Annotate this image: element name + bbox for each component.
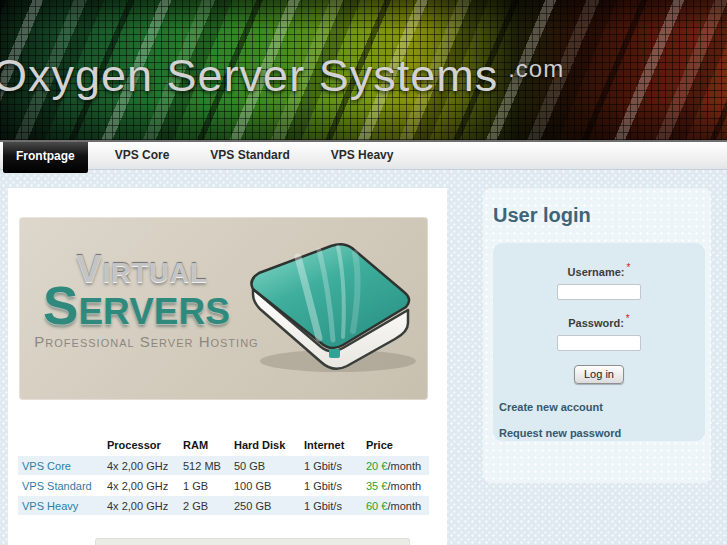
banner-title-servers: Servers [19,279,254,332]
create-new-account-link[interactable]: Create new account [499,401,705,413]
request-new-password-link[interactable]: Request new password [499,427,705,439]
cell-processor: 4x 2,00 GHz [103,460,179,472]
nav-tab-vps-heavy[interactable]: VPS Heavy [317,142,408,169]
user-login-title: User login [493,204,591,227]
vps-core-link[interactable]: VPS Core [22,460,71,472]
price-suffix: /month [387,460,421,472]
price-value: 60 € [366,500,387,512]
site-logo: Oxygen Server Systems.com [0,50,564,102]
username-field-group: Username:* [493,262,705,300]
price-value: 20 € [366,460,387,472]
cell-hard-disk: 100 GB [230,480,300,492]
login-links: Create new account Request new password [499,401,705,439]
cell-processor: 4x 2,00 GHz [103,500,179,512]
cell-price: 20 €/month [362,460,429,472]
cell-processor: 4x 2,00 GHz [103,480,179,492]
header-cell-ram: RAM [179,439,230,451]
cell-hard-disk: 250 GB [230,500,300,512]
vps-heavy-link[interactable]: VPS Heavy [22,500,78,512]
password-input[interactable] [557,335,641,351]
nav-tab-vps-core[interactable]: VPS Core [101,142,184,169]
header-cell-processor: Processor [103,439,179,451]
cell-internet: 1 Gbit/s [300,500,362,512]
nav-tab-vps-standard[interactable]: VPS Standard [196,142,303,169]
password-label: Password: [568,317,624,329]
user-login-panel: User login Username:* Password:* Log in … [483,188,711,483]
nav-tab-frontpage[interactable]: Frontpage [3,142,88,173]
username-label: Username: [568,266,625,278]
header-cell-price: Price [362,439,429,451]
cell-price: 60 €/month [362,500,429,512]
cell-internet: 1 Gbit/s [300,480,362,492]
login-form: Username:* Password:* Log in Create new … [493,243,705,441]
pricing-table-header: Processor RAM Hard Disk Internet Price [18,434,429,456]
header-cell-internet: Internet [300,439,362,451]
table-row-vps-heavy: VPS Heavy 4x 2,00 GHz 2 GB 250 GB 1 Gbit… [18,496,429,516]
main-navigation: Frontpage VPS Core VPS Standard VPS Heav… [0,140,727,170]
server-drive-icon [243,239,423,377]
virtual-servers-banner: Virtual Servers Professional Server Host… [19,217,428,400]
cell-price: 35 €/month [362,480,429,492]
cell-ram: 512 MB [179,460,230,472]
header-banner: Oxygen Server Systems.com [0,0,727,140]
table-row-vps-core: VPS Core 4x 2,00 GHz 512 MB 50 GB 1 Gbit… [18,456,429,476]
site-logo-suffix: .com [508,55,564,82]
ad-banner-edge [95,538,410,545]
header-cell-hard-disk: Hard Disk [230,439,300,451]
pricing-table: Processor RAM Hard Disk Internet Price V… [18,434,429,516]
site-logo-text: Oxygen Server Systems [0,50,498,101]
banner-subtitle: Professional Server Hosting [29,333,264,350]
price-value: 35 € [366,480,387,492]
required-marker: * [626,313,630,324]
log-in-button[interactable]: Log in [574,365,624,384]
cell-ram: 2 GB [179,500,230,512]
cell-internet: 1 Gbit/s [300,460,362,472]
price-suffix: /month [387,480,421,492]
table-row-vps-standard: VPS Standard 4x 2,00 GHz 1 GB 100 GB 1 G… [18,476,429,496]
cell-ram: 1 GB [179,480,230,492]
required-marker: * [626,262,630,273]
password-field-group: Password:* [493,313,705,351]
username-input[interactable] [557,284,641,300]
price-suffix: /month [387,500,421,512]
cell-hard-disk: 50 GB [230,460,300,472]
vps-standard-link[interactable]: VPS Standard [22,480,92,492]
main-content: Virtual Servers Professional Server Host… [8,188,447,545]
